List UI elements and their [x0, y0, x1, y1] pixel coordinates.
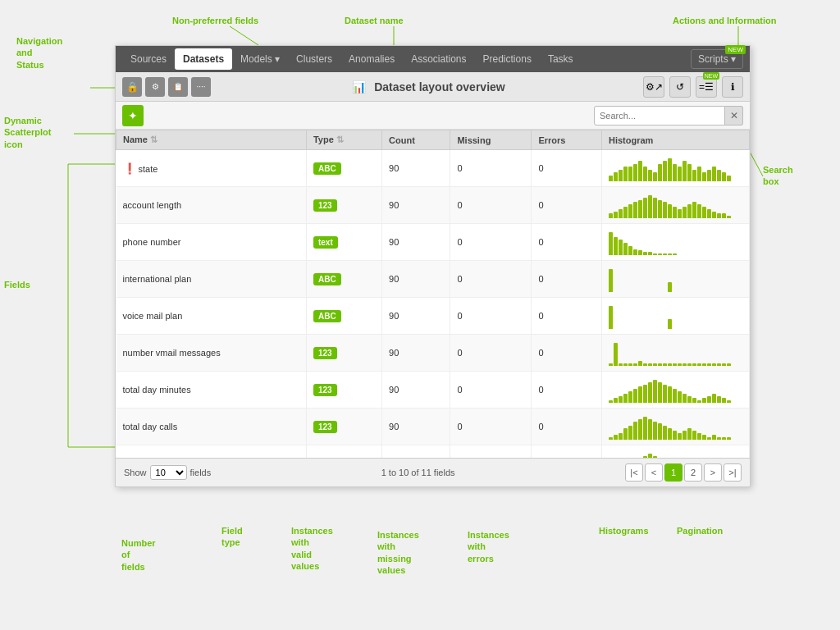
histogram-bar	[633, 389, 637, 403]
footer-count: 1 to 10 of 11 fields	[211, 468, 625, 477]
col-header-count[interactable]: Count	[382, 130, 450, 150]
field-count: 90	[382, 298, 450, 335]
histogram-bar	[687, 164, 692, 181]
col-header-name[interactable]: Name ⇅	[116, 130, 307, 150]
field-count: 90	[382, 261, 450, 298]
col-header-type[interactable]: Type ⇅	[306, 130, 381, 150]
histogram-bar	[653, 363, 657, 366]
histogram-bar	[712, 363, 716, 366]
histogram-bar	[643, 167, 647, 181]
nav-sources[interactable]: Sources	[122, 48, 175, 70]
toolbar-share-btn[interactable]: ⚙↗	[643, 76, 664, 98]
search-clear-btn[interactable]: ✕	[725, 106, 743, 126]
page-last-btn[interactable]: >|	[724, 463, 742, 482]
nav-models[interactable]: Models ▾	[232, 48, 288, 70]
histogram-bar	[658, 200, 662, 218]
nav-predictions[interactable]: Predictions	[475, 48, 540, 70]
annotation-scatterplot: DynamicScatterploticon	[4, 115, 51, 150]
histogram-bar	[712, 435, 716, 440]
more-icon[interactable]: ····	[191, 77, 211, 97]
toolbar-refresh-btn[interactable]: ↺	[669, 76, 691, 98]
histogram-bar	[712, 212, 716, 218]
search-input[interactable]	[594, 106, 725, 126]
histogram-bar	[678, 433, 682, 440]
table-row: international plan ABC 90 0 0	[116, 261, 750, 298]
field-type: ABC	[306, 298, 381, 335]
toolbar: 🔒 ⚙ 📋 ···· 📊 Dataset layout overview ⚙↗ …	[116, 72, 750, 102]
field-count: 90	[382, 335, 450, 372]
annotation-fields: Fields	[4, 279, 30, 290]
annotation-pagination: Pagination	[677, 525, 723, 536]
histogram-bar	[658, 164, 662, 181]
histogram-bar	[682, 431, 687, 440]
table-row: total day calls 123 90 0 0	[116, 409, 750, 445]
scatterplot-icon[interactable]: ✦	[122, 105, 144, 126]
histogram-bar	[648, 382, 652, 403]
settings-icon[interactable]: ⚙	[145, 77, 165, 97]
toolbar-new-btn[interactable]: =☰	[696, 76, 717, 98]
histogram-bar	[707, 396, 711, 403]
field-histogram	[602, 372, 750, 409]
page-1-btn[interactable]: 1	[664, 463, 682, 482]
histogram-bar	[628, 391, 632, 403]
table-row: total day charge 123 90 0 0	[116, 445, 750, 459]
histogram-bar	[687, 428, 692, 440]
field-type: text	[306, 224, 381, 261]
histogram-bar	[712, 394, 716, 403]
show-label: Show	[124, 468, 147, 477]
annotation-histograms: Histograms	[599, 525, 649, 536]
field-name: phone number	[116, 224, 307, 261]
histogram-bar	[653, 172, 657, 181]
histogram-bar	[628, 363, 632, 366]
histogram-bar	[663, 253, 667, 255]
histogram-bar	[702, 363, 706, 366]
field-name: total day minutes	[116, 372, 307, 409]
toolbar-right: ⚙↗ ↺ =☰ ℹ	[643, 76, 743, 98]
nav-associations[interactable]: Associations	[403, 48, 474, 70]
field-count: 90	[382, 187, 450, 224]
field-count: 90	[382, 150, 450, 187]
histogram-bar	[668, 363, 672, 366]
col-header-missing[interactable]: Missing	[450, 130, 532, 150]
page-prev-btn[interactable]: <	[645, 463, 663, 482]
histogram-bar	[682, 394, 687, 403]
col-header-errors[interactable]: Errors	[532, 130, 602, 150]
field-missing: 0	[450, 445, 532, 459]
search-box-container: ✕	[594, 106, 743, 126]
nav-clusters[interactable]: Clusters	[288, 48, 340, 70]
nav-datasets[interactable]: Datasets	[175, 48, 232, 70]
nav-anomalies[interactable]: Anomalies	[340, 48, 403, 70]
histogram-bar	[653, 198, 657, 218]
field-histogram	[602, 445, 750, 459]
page-first-btn[interactable]: |<	[625, 463, 643, 482]
page-2-btn[interactable]: 2	[684, 463, 702, 482]
histogram-bar	[628, 246, 632, 255]
histogram-bar	[687, 363, 692, 366]
field-name: number vmail messages	[116, 335, 307, 372]
histogram-bar	[673, 431, 677, 440]
table-footer: Show 10 25 50 100 fields 1 to 10 of 11 f…	[116, 458, 750, 486]
histogram-bar	[687, 204, 692, 218]
toolbar-info-btn[interactable]: ℹ	[722, 76, 743, 98]
nav-tasks[interactable]: Tasks	[540, 48, 582, 70]
page-next-btn[interactable]: >	[704, 463, 722, 482]
per-page-select[interactable]: 10 25 50 100	[150, 465, 187, 480]
nav-scripts[interactable]: Scripts ▾ NEW	[691, 49, 743, 69]
histogram-bar	[648, 170, 652, 181]
grid-icon[interactable]: 📋	[168, 77, 188, 97]
histogram-bar	[717, 396, 721, 403]
histogram-bar	[628, 204, 632, 218]
histogram-bar	[678, 167, 682, 181]
field-name: international plan	[116, 261, 307, 298]
histogram-bar	[663, 385, 667, 403]
histogram-bar	[648, 195, 652, 218]
histogram-bar	[682, 161, 687, 181]
field-name: ❗ state	[116, 150, 307, 187]
field-errors: 0	[532, 224, 602, 261]
histogram-bar	[643, 198, 647, 218]
field-type: 123	[306, 335, 381, 372]
field-histogram	[602, 150, 750, 187]
histogram-bar	[727, 176, 731, 181]
table-row: number vmail messages 123 90 0 0	[116, 335, 750, 372]
lock-icon[interactable]: 🔒	[122, 77, 142, 97]
